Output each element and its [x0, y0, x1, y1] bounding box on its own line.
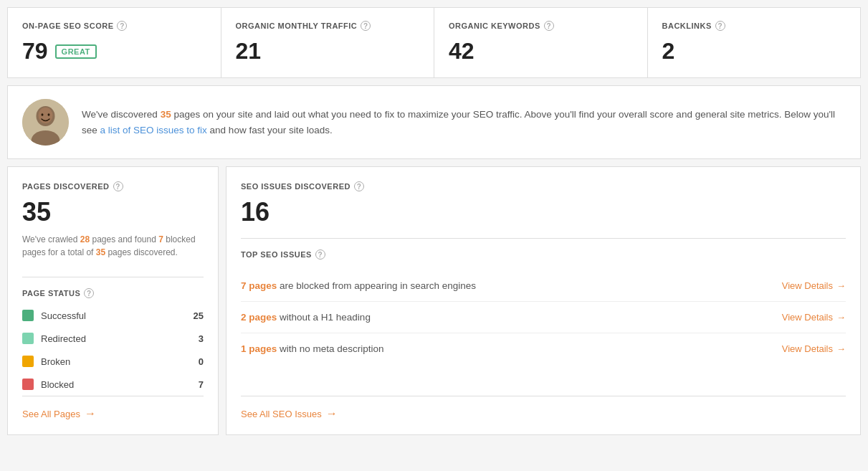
status-color-broken: [22, 356, 34, 367]
view-details-label-0: View Details: [782, 280, 833, 291]
metric-card-backlinks: BACKLINKS ? 2: [648, 8, 861, 77]
top-issues-title: TOP SEO ISSUES ?: [241, 249, 846, 260]
status-count-broken: 0: [199, 356, 204, 367]
issue-row-1: 2 pages without a H1 heading View Detail…: [241, 302, 846, 333]
svg-point-5: [48, 113, 50, 116]
help-icon-keywords[interactable]: ?: [544, 21, 554, 31]
svg-point-4: [42, 113, 44, 116]
metric-label-seo: ON-PAGE SEO SCORE ?: [22, 21, 206, 31]
issue-row-0: 7 pages are blocked from appearing in se…: [241, 270, 846, 302]
issue-text-2: 1 pages with no meta description: [241, 343, 775, 354]
status-row-broken: Broken 0: [22, 350, 204, 373]
status-row-redirected: Redirected 3: [22, 327, 204, 350]
pages-panel: PAGES DISCOVERED ? 35 We've crawled 28 p…: [7, 166, 219, 435]
metric-label-keywords: ORGANIC KEYWORDS ?: [449, 21, 633, 31]
help-icon-traffic[interactable]: ?: [361, 21, 371, 31]
crawl-text: We've crawled 28 pages and found 7 block…: [22, 233, 204, 259]
status-row-blocked: Blocked 7: [22, 373, 204, 396]
seo-panel-title: SEO ISSUES DISCOVERED ?: [241, 181, 846, 191]
status-color-redirected: [22, 333, 34, 344]
view-details-label-1: View Details: [782, 312, 833, 323]
pages-panel-title-text: PAGES DISCOVERED: [22, 182, 110, 191]
see-all-pages-link[interactable]: See All Pages →: [22, 396, 204, 420]
view-details-arrow-2: →: [836, 343, 846, 354]
seo-score-number: 79: [22, 38, 48, 65]
metric-label-text-keywords: ORGANIC KEYWORDS: [449, 22, 540, 30]
status-count-successful: 25: [194, 310, 204, 321]
great-badge: GREAT: [55, 44, 97, 59]
view-details-link-2[interactable]: View Details →: [782, 343, 846, 354]
backlinks-number: 2: [662, 38, 675, 65]
see-all-pages-label: See All Pages: [22, 409, 80, 419]
keywords-number: 42: [449, 38, 474, 65]
bottom-section: PAGES DISCOVERED ? 35 We've crawled 28 p…: [7, 166, 861, 435]
view-details-arrow-0: →: [836, 280, 846, 291]
metric-label-traffic: ORGANIC MONTHLY TRAFFIC ?: [236, 21, 420, 31]
help-icon-status[interactable]: ?: [84, 288, 94, 298]
top-issues-title-text: TOP SEO ISSUES: [241, 250, 312, 259]
see-all-seo-link[interactable]: See All SEO Issues →: [241, 396, 846, 420]
blocked-count: 7: [158, 234, 163, 244]
metric-value-keywords: 42: [449, 38, 633, 65]
see-all-pages-arrow: →: [85, 407, 96, 420]
view-details-link-0[interactable]: View Details →: [782, 280, 846, 291]
status-label-redirected: Redirected: [41, 333, 191, 344]
metric-label-text-backlinks: BACKLINKS: [662, 22, 712, 30]
total-pages-count: 35: [96, 247, 105, 257]
issue-highlight-2: 1 pages: [241, 343, 277, 354]
info-text: We've discovered 35 pages on your site a…: [82, 107, 846, 138]
issue-desc-2: with no meta description: [280, 343, 384, 354]
seo-panel-title-text: SEO ISSUES DISCOVERED: [241, 182, 350, 191]
metric-value-traffic: 21: [236, 38, 420, 65]
status-count-blocked: 7: [199, 379, 204, 390]
metric-value-backlinks: 2: [662, 38, 846, 65]
seo-issues-link[interactable]: a list of SEO issues to fix: [100, 125, 207, 135]
metric-label-text-seo: ON-PAGE SEO SCORE: [22, 22, 113, 30]
info-banner: We've discovered 35 pages on your site a…: [7, 85, 861, 159]
status-color-blocked: [22, 379, 34, 390]
issue-highlight-1: 2 pages: [241, 312, 277, 323]
see-all-seo-label: See All SEO Issues: [241, 409, 322, 419]
status-row-successful: Successful 25: [22, 304, 204, 327]
pages-count-highlight: 35: [161, 109, 171, 120]
metric-value-seo: 79 GREAT: [22, 38, 206, 65]
help-icon-backlinks[interactable]: ?: [715, 21, 725, 31]
see-all-seo-arrow: →: [326, 407, 338, 420]
issue-highlight-0: 7 pages: [241, 280, 277, 291]
traffic-number: 21: [236, 38, 262, 65]
help-icon-seo-issues[interactable]: ?: [354, 181, 364, 191]
status-color-successful: [22, 310, 34, 321]
page-status-title-text: PAGE STATUS: [22, 289, 80, 298]
metric-card-organic-traffic: ORGANIC MONTHLY TRAFFIC ? 21: [221, 8, 435, 77]
status-label-blocked: Blocked: [41, 379, 191, 390]
top-metrics-section: ON-PAGE SEO SCORE ? 79 GREAT ORGANIC MON…: [7, 7, 861, 78]
issue-desc-0: are blocked from appearing in search eng…: [280, 280, 476, 291]
seo-issues-count: 16: [241, 197, 846, 239]
metric-card-seo-score: ON-PAGE SEO SCORE ? 79 GREAT: [8, 8, 221, 77]
pages-panel-title: PAGES DISCOVERED ?: [22, 181, 204, 191]
issue-text-1: 2 pages without a H1 heading: [241, 312, 775, 323]
help-icon-top-issues[interactable]: ?: [315, 249, 325, 260]
avatar: [22, 99, 69, 146]
help-icon-pages[interactable]: ?: [113, 181, 123, 191]
pages-divider: [22, 277, 204, 277]
crawled-count: 28: [80, 234, 90, 244]
issue-row-2: 1 pages with no meta description View De…: [241, 333, 846, 364]
status-label-successful: Successful: [41, 310, 186, 321]
view-details-label-2: View Details: [782, 343, 833, 354]
view-details-link-1[interactable]: View Details →: [782, 312, 846, 323]
help-icon-seo[interactable]: ?: [117, 21, 127, 31]
issue-text-0: 7 pages are blocked from appearing in se…: [241, 280, 775, 291]
page-status-section: PAGE STATUS ? Successful 25 Redirected 3…: [22, 288, 204, 396]
status-count-redirected: 3: [199, 333, 204, 344]
metric-label-backlinks: BACKLINKS ?: [662, 21, 846, 31]
pages-discovered-count: 35: [22, 197, 204, 227]
page-status-title: PAGE STATUS ?: [22, 288, 204, 298]
metric-label-text-traffic: ORGANIC MONTHLY TRAFFIC: [236, 22, 358, 30]
issue-desc-1: without a H1 heading: [280, 312, 371, 323]
metric-card-organic-keywords: ORGANIC KEYWORDS ? 42: [434, 8, 648, 77]
status-label-broken: Broken: [41, 356, 191, 367]
view-details-arrow-1: →: [836, 312, 846, 323]
seo-panel: SEO ISSUES DISCOVERED ? 16 TOP SEO ISSUE…: [226, 166, 861, 435]
